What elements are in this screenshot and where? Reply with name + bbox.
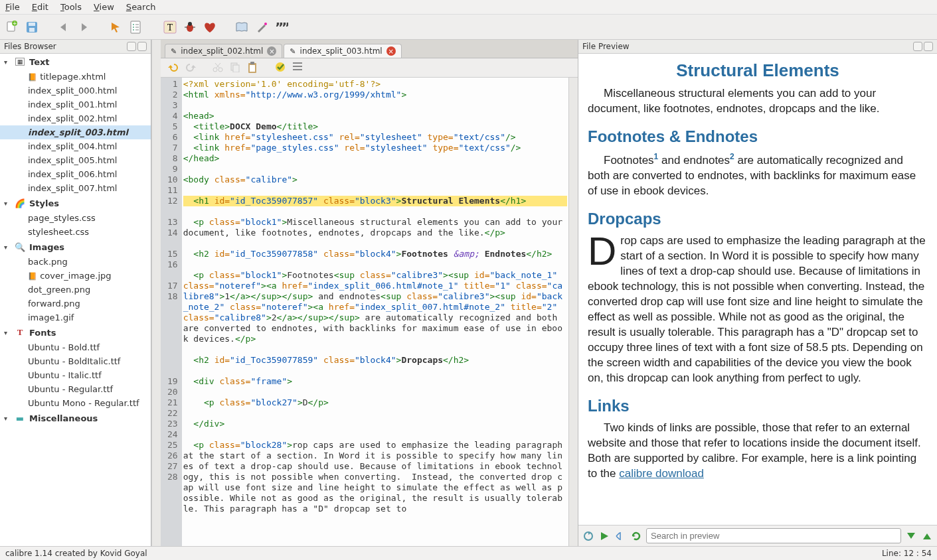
file-item[interactable]: Ubuntu Mono - Regular.ttf bbox=[0, 396, 151, 410]
file-item[interactable]: forward.png bbox=[0, 297, 151, 311]
file-item[interactable]: index_split_001.html bbox=[0, 98, 151, 111]
menu-tools[interactable]: Tools bbox=[60, 2, 82, 12]
svg-point-8 bbox=[133, 27, 134, 28]
preview-close-icon[interactable] bbox=[924, 42, 933, 51]
panel-close-icon[interactable] bbox=[137, 42, 147, 51]
menu-view[interactable]: View bbox=[94, 2, 114, 12]
file-item[interactable]: Ubuntu - Regular.ttf bbox=[0, 382, 151, 396]
svg-rect-27 bbox=[233, 65, 239, 72]
new-file-icon[interactable]: + bbox=[5, 21, 19, 34]
file-item[interactable]: Ubuntu - BoldItalic.ttf bbox=[0, 354, 151, 368]
preview-p1: Miscellaneous structural elements you ca… bbox=[588, 86, 928, 117]
file-item[interactable]: 📙 titlepage.xhtml bbox=[0, 70, 151, 84]
status-bar: calibre 1.14 created by Kovid Goyal Line… bbox=[0, 546, 937, 560]
file-item[interactable]: index_split_003.html bbox=[0, 125, 151, 139]
editor-scrollbar[interactable] bbox=[568, 78, 578, 546]
preview-toolbar bbox=[578, 525, 937, 546]
menu-file[interactable]: File bbox=[5, 2, 20, 12]
menubar: File Edit Tools View Search bbox=[0, 0, 937, 15]
file-item[interactable]: back.png bbox=[0, 255, 151, 269]
category-text[interactable]: ▾▦Text bbox=[0, 54, 151, 70]
file-item[interactable]: 📙 cover_image.jpg bbox=[0, 269, 151, 283]
tab-close-icon[interactable]: × bbox=[386, 46, 396, 56]
copy-icon[interactable] bbox=[230, 62, 242, 74]
svg-text:T: T bbox=[167, 23, 173, 33]
files-browser-label: Files Browser bbox=[4, 42, 56, 51]
book-icon[interactable] bbox=[235, 21, 248, 34]
quote-icon[interactable]: ”” bbox=[275, 21, 288, 34]
forward-icon[interactable] bbox=[77, 21, 90, 34]
preview-search-input[interactable] bbox=[646, 528, 901, 543]
code-text[interactable]: <?xml version='1.0' encoding='utf-8'?><h… bbox=[182, 78, 568, 546]
undo-icon[interactable] bbox=[167, 62, 179, 74]
reload-icon[interactable] bbox=[630, 530, 642, 542]
file-item[interactable]: index_split_007.html bbox=[0, 181, 151, 195]
file-item[interactable]: dot_green.png bbox=[0, 283, 151, 297]
code-area[interactable]: 123456789101112.1314.1516.1718.......192… bbox=[161, 78, 578, 546]
menu-search[interactable]: Search bbox=[126, 2, 156, 12]
category-fonts[interactable]: ▾TFonts bbox=[0, 324, 151, 340]
save-icon[interactable] bbox=[25, 21, 39, 34]
file-item[interactable]: page_styles.css bbox=[0, 211, 151, 225]
svg-point-9 bbox=[133, 29, 134, 31]
bug-icon[interactable] bbox=[183, 21, 197, 34]
editor-toolbar bbox=[161, 58, 578, 78]
preview-h2-links: Links bbox=[588, 395, 928, 417]
files-browser-title: Files Browser bbox=[0, 40, 151, 54]
back-icon[interactable] bbox=[57, 21, 70, 34]
file-item[interactable]: image1.gif bbox=[0, 311, 151, 324]
wizard-icon[interactable] bbox=[255, 21, 268, 34]
cursor-icon[interactable] bbox=[109, 21, 122, 34]
svg-point-22 bbox=[213, 68, 217, 72]
file-item[interactable]: index_split_006.html bbox=[0, 167, 151, 181]
category-styles[interactable]: ▾🌈Styles bbox=[0, 195, 151, 211]
footnote-ref-2[interactable]: 2 bbox=[730, 152, 734, 161]
status-left: calibre 1.14 created by Kovid Goyal bbox=[5, 549, 147, 558]
checkmark-icon[interactable] bbox=[275, 62, 287, 74]
category-images[interactable]: ▾🔍Images bbox=[0, 239, 151, 255]
tab-close-icon[interactable]: × bbox=[267, 46, 276, 56]
panel-undock-icon[interactable] bbox=[127, 42, 136, 51]
file-item[interactable]: stylesheet.css bbox=[0, 225, 151, 239]
files-browser-panel: Files Browser ▾▦Text📙 titlepage.xhtmlind… bbox=[0, 40, 151, 546]
svg-rect-29 bbox=[250, 62, 254, 64]
file-item[interactable]: index_split_000.html bbox=[0, 84, 151, 98]
search-prev-icon[interactable] bbox=[921, 530, 933, 542]
search-next-icon[interactable] bbox=[905, 530, 917, 542]
preview-title: File Preview bbox=[578, 40, 937, 54]
file-item[interactable]: Ubuntu - Bold.ttf bbox=[0, 340, 151, 354]
editor-tabs: ✎index_split_002.html×✎index_split_003.h… bbox=[161, 40, 578, 58]
preview-label: File Preview bbox=[582, 42, 630, 51]
editor-tab[interactable]: ✎index_split_002.html× bbox=[165, 44, 282, 58]
file-item[interactable]: Ubuntu - Italic.ttf bbox=[0, 368, 151, 382]
text-tool-icon[interactable]: T bbox=[163, 21, 177, 34]
editor-panel: ✎index_split_002.html×✎index_split_003.h… bbox=[161, 40, 578, 546]
editor-tab[interactable]: ✎index_split_003.html× bbox=[284, 44, 401, 58]
svg-rect-30 bbox=[250, 65, 255, 72]
left-scrollbar[interactable] bbox=[151, 40, 161, 546]
paste-icon[interactable] bbox=[247, 62, 259, 74]
toc-icon[interactable] bbox=[129, 21, 142, 34]
svg-text:+: + bbox=[13, 21, 17, 27]
svg-point-16 bbox=[188, 22, 192, 26]
heart-icon[interactable] bbox=[203, 21, 216, 34]
file-item[interactable]: index_split_004.html bbox=[0, 139, 151, 153]
calibre-download-link[interactable]: calibre download bbox=[619, 467, 704, 480]
preview-h2-dropcaps: Dropcaps bbox=[588, 208, 928, 230]
sync-icon[interactable] bbox=[582, 530, 594, 542]
redo-icon[interactable] bbox=[185, 62, 197, 74]
file-tree[interactable]: ▾▦Text📙 titlepage.xhtmlindex_split_000.h… bbox=[0, 54, 151, 546]
split-icon[interactable] bbox=[614, 530, 626, 542]
line-gutter: 123456789101112.1314.1516.1718.......192… bbox=[161, 78, 182, 546]
play-icon[interactable] bbox=[598, 530, 610, 542]
category-miscellaneous[interactable]: ▾▬Miscellaneous bbox=[0, 410, 151, 426]
lines-icon[interactable] bbox=[292, 62, 304, 74]
preview-content[interactable]: Structural Elements Miscellaneous struct… bbox=[578, 54, 937, 525]
preview-h1: Structural Elements bbox=[588, 59, 928, 82]
preview-undock-icon[interactable] bbox=[913, 42, 922, 51]
menu-edit[interactable]: Edit bbox=[32, 2, 48, 12]
preview-panel: File Preview Structural Elements Miscell… bbox=[578, 40, 937, 546]
file-item[interactable]: index_split_002.html bbox=[0, 111, 151, 125]
cut-icon[interactable] bbox=[213, 62, 224, 74]
file-item[interactable]: index_split_005.html bbox=[0, 153, 151, 167]
